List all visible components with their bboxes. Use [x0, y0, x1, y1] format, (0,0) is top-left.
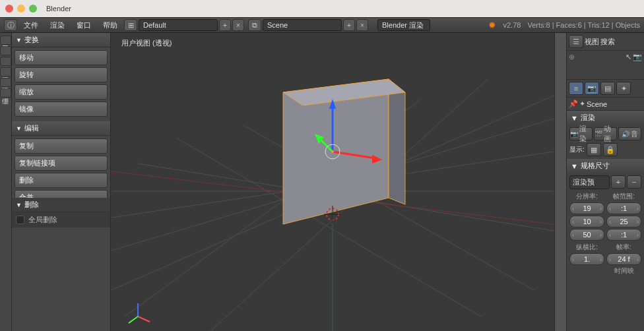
layout-remove-button[interactable]: ×	[232, 19, 244, 31]
edit-panel-header[interactable]: ▼编辑	[12, 121, 110, 136]
svg-point-19	[331, 150, 334, 153]
tab-create[interactable]: 创建	[0, 46, 11, 55]
tab-tools[interactable]: 工具	[0, 36, 11, 45]
properties-header: ≡ 📷 ▤ ✦	[567, 80, 644, 98]
scene-tab-icon[interactable]: ✦	[616, 82, 631, 95]
properties-breadcrumb: 📌 ✦ Scene	[567, 98, 644, 111]
camera-icon[interactable]: 📷	[633, 53, 642, 61]
render-button[interactable]: 📷渲染	[569, 127, 593, 140]
resolution-x-field[interactable]: 19	[569, 202, 604, 214]
pin-icon[interactable]: 📌	[569, 100, 578, 108]
operator-panel-header[interactable]: ▼删除	[12, 198, 110, 212]
render-layers-tab-icon[interactable]: ▤	[600, 82, 615, 95]
tab-relations[interactable]: 关系	[0, 57, 11, 66]
stats-label: Verts:8 | Faces:6 | Tris:12 | Objects	[527, 21, 640, 29]
resolution-label: 分辨率:	[569, 192, 604, 201]
right-panels: ☰ 视图 搜索 ⊕ ↖ 📷 ≡ 📷 ▤ ✦ 📌 ✦ Scene ▼渲染 📷渲染 …	[566, 33, 644, 331]
lock-interface-button[interactable]: 🔒	[603, 143, 618, 156]
disclosure-triangle-icon: ▼	[16, 125, 22, 132]
window-titlebar: Blender	[0, 0, 644, 17]
render-engine-dropdown[interactable]: Blender 渲染	[377, 19, 430, 31]
frame-step-field[interactable]: :1	[606, 229, 641, 241]
cube-object[interactable]	[283, 79, 405, 224]
aspect-x-field[interactable]: 1.	[569, 253, 604, 265]
svg-line-25	[129, 316, 138, 323]
svg-line-24	[138, 316, 150, 322]
version-label: v2.78	[503, 21, 521, 29]
blender-logo-icon: ✹	[488, 20, 496, 30]
minimize-window-button[interactable]	[17, 5, 25, 13]
outliner-search-menu[interactable]: 搜索	[600, 37, 615, 47]
scene-tree-icon: ⊕	[569, 53, 575, 61]
tool-category-tabs: 工具 创建 关系 动画 物理 绷	[0, 33, 12, 331]
join-button[interactable]: 合并	[15, 190, 108, 198]
outliner-type-icon[interactable]: ☰	[569, 35, 583, 48]
duplicate-linked-button[interactable]: 复制链接项	[15, 156, 108, 171]
global-delete-checkbox[interactable]: 全局删除	[16, 215, 106, 225]
viewport-canvas	[111, 33, 554, 331]
display-mode-dropdown[interactable]: ▦	[587, 143, 601, 156]
maximize-window-button[interactable]	[29, 5, 37, 13]
3d-viewport[interactable]: 用户视图 (透视)	[111, 33, 554, 331]
fps-field[interactable]: 24 f	[606, 253, 641, 265]
layout-add-button[interactable]: +	[219, 19, 231, 31]
render-preset-dropdown[interactable]: 渲染预	[569, 175, 610, 189]
scene-remove-button[interactable]: ×	[356, 19, 368, 31]
menu-help[interactable]: 帮助	[98, 20, 123, 30]
frame-range-label: 帧范围:	[606, 192, 641, 201]
render-audio-button[interactable]: 🔊音	[618, 127, 641, 140]
preset-add-button[interactable]: +	[611, 175, 626, 189]
preset-remove-button[interactable]: −	[627, 175, 641, 189]
scene-browse-icon[interactable]: ⧉	[248, 19, 261, 31]
tab-animation[interactable]: 动画	[0, 67, 11, 76]
transform-panel-header[interactable]: ▼变换	[12, 33, 110, 47]
scene-icon: ✦	[579, 100, 585, 108]
properties-type-icon[interactable]: ≡	[569, 82, 583, 95]
menu-window[interactable]: 窗口	[71, 20, 96, 30]
duplicate-button[interactable]: 复制	[15, 138, 108, 154]
mini-axis-icon	[129, 303, 150, 323]
app-title: Blender	[46, 5, 71, 13]
tab-physics[interactable]: 物理	[0, 78, 11, 87]
display-label: 显示:	[569, 145, 585, 154]
mirror-button[interactable]: 镜像	[15, 102, 108, 117]
render-tab-icon[interactable]: 📷	[585, 82, 599, 95]
translate-button[interactable]: 移动	[15, 50, 108, 65]
scene-dropdown[interactable]: Scene	[263, 19, 342, 31]
viewport-properties-strip[interactable]	[554, 33, 566, 331]
rotate-button[interactable]: 旋转	[15, 67, 108, 82]
layout-dropdown[interactable]: Default	[139, 19, 218, 31]
svg-marker-10	[389, 79, 405, 204]
aspect-label: 纵横比:	[569, 243, 604, 252]
scene-add-button[interactable]: +	[343, 19, 355, 31]
editor-type-icon[interactable]: ⓘ	[4, 19, 17, 31]
close-window-button[interactable]	[5, 5, 13, 13]
layout-browse-icon[interactable]: ⊞	[124, 19, 137, 31]
delete-button[interactable]: 删除	[15, 173, 108, 188]
resolution-pct-field[interactable]: 50	[569, 229, 604, 241]
outliner-content: ⊕ ↖ 📷	[567, 51, 644, 80]
frame-end-field[interactable]: 25	[606, 216, 641, 227]
render-section-header[interactable]: ▼渲染	[567, 111, 644, 125]
disclosure-triangle-icon: ▼	[16, 202, 22, 208]
outliner-header: ☰ 视图 搜索	[567, 33, 644, 51]
operator-panel: 全局删除	[12, 212, 110, 227]
tab-greasepencil[interactable]: 绷	[0, 88, 11, 98]
viewport-label: 用户视图 (透视)	[121, 38, 172, 48]
cursor-icon[interactable]: ↖	[626, 53, 631, 61]
resolution-y-field[interactable]: 10	[569, 216, 604, 227]
menu-render[interactable]: 渲染	[45, 20, 70, 30]
frame-start-field[interactable]: :1	[606, 202, 641, 214]
render-anim-button[interactable]: 🎬动画	[594, 127, 617, 140]
menu-file[interactable]: 文件	[18, 20, 44, 30]
framerate-label: 帧率:	[606, 243, 641, 252]
outliner-view-menu[interactable]: 视图	[585, 37, 599, 47]
disclosure-triangle-icon: ▼	[16, 37, 22, 44]
checkbox-icon	[16, 216, 24, 224]
time-remap-label: 时间映	[606, 266, 641, 276]
info-header: ⓘ 文件 渲染 窗口 帮助 ⊞ Default + × ⧉ Scene + × …	[0, 17, 644, 33]
tool-shelf: ▼变换 移动 旋转 缩放 镜像 ▼编辑 复制 复制链接项 删除 合并 设置原点 …	[12, 33, 111, 331]
scale-button[interactable]: 缩放	[15, 84, 108, 100]
dimensions-section-header[interactable]: ▼规格尺寸	[567, 159, 644, 173]
